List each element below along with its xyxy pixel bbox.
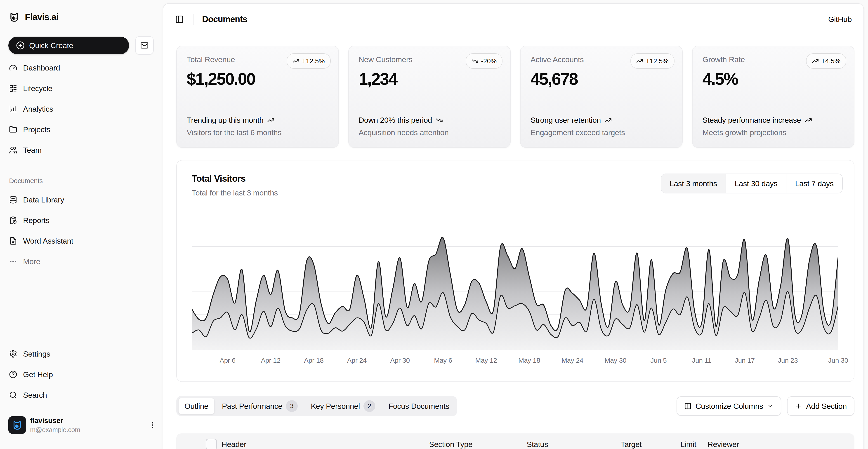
app-header: Documents GitHub [163, 4, 864, 35]
tab-label: Focus Documents [388, 402, 450, 411]
x-tick-label: Jun 30 [828, 357, 848, 364]
customize-columns-label: Customize Columns [695, 402, 763, 411]
x-tick-label: May 18 [518, 357, 540, 364]
stat-footer-main: Down 20% this period [359, 116, 432, 125]
sidebar-item-dashboard[interactable]: Dashboard [4, 60, 158, 75]
x-tick-label: May 30 [604, 357, 627, 364]
x-tick-label: Apr 24 [347, 357, 367, 364]
stat-value: 4.5% [703, 69, 845, 89]
document-tabs: Outline Past Performance 3 Key Personnel… [176, 396, 457, 416]
panel-left-icon [175, 15, 184, 24]
sidebar-item-label: Team [23, 146, 41, 155]
ellipsis-icon [9, 257, 17, 265]
inbox-button[interactable] [135, 36, 154, 55]
brand-name: Flavis.ai [25, 12, 59, 22]
quick-create-button[interactable]: Quick Create [8, 37, 129, 54]
columns-icon [684, 403, 691, 410]
sidebar-item-more[interactable]: More [4, 254, 158, 269]
quick-create-label: Quick Create [29, 41, 73, 50]
sidebar-group-label-documents: Documents [9, 177, 43, 185]
user-email: m@example.com [30, 426, 80, 434]
stat-badge: +12.5% [630, 53, 675, 69]
stat-card-active-accounts: Active Accounts +12.5% 45,678 Strong use… [520, 46, 683, 148]
tab-count-badge: 3 [286, 400, 298, 412]
column-header-reviewer: Reviewer [708, 440, 855, 449]
stat-badge-value: +4.5% [822, 57, 840, 65]
column-header-target: Target [621, 440, 680, 449]
sidebar-toggle-button[interactable] [175, 14, 184, 24]
sidebar-item-label: Reports [23, 216, 50, 225]
sidebar-item-label: Settings [23, 350, 50, 358]
x-tick-label: Apr 6 [220, 357, 236, 364]
user-menu[interactable]: flavisuser m@example.com [8, 416, 156, 434]
stat-footer-main: Steady performance increase [703, 116, 801, 125]
sidebar-item-get-help[interactable]: Get Help [4, 367, 158, 382]
tab-key-personnel[interactable]: Key Personnel 2 [305, 398, 381, 414]
x-tick-label: Apr 18 [304, 357, 324, 364]
stat-value: $1,250.00 [187, 69, 329, 89]
stat-footer-main: Strong user retention [530, 116, 601, 125]
tab-count-badge: 2 [364, 400, 375, 412]
customize-columns-button[interactable]: Customize Columns [677, 396, 781, 416]
stat-badge-value: +12.5% [302, 57, 325, 65]
clipboard-clock-icon [9, 216, 17, 224]
sidebar-item-lifecycle[interactable]: Lifecycle [4, 81, 158, 96]
user-more-button[interactable] [149, 421, 156, 429]
range-last-3-months[interactable]: Last 3 months [661, 174, 726, 193]
sidebar-item-label: Word Assistant [23, 236, 73, 246]
sidebar-item-label: Data Library [23, 195, 64, 204]
x-tick-label: Jun 5 [651, 357, 667, 364]
sidebar-item-team[interactable]: Team [4, 142, 158, 158]
stat-value: 1,234 [359, 69, 501, 89]
sidebar-item-reports[interactable]: Reports [4, 213, 158, 228]
stat-badge: -20% [466, 53, 502, 69]
trending-down-icon [471, 58, 478, 64]
sidebar-item-label: More [23, 257, 40, 266]
trending-down-icon [436, 117, 443, 124]
area-chart [192, 223, 838, 350]
x-tick-label: Jun 17 [735, 357, 755, 364]
add-section-button[interactable]: Add Section [787, 396, 855, 416]
sidebar-item-word-assistant[interactable]: Word Assistant [4, 233, 158, 249]
x-tick-label: May 6 [434, 357, 452, 364]
range-last-30-days[interactable]: Last 30 days [725, 174, 786, 193]
brand[interactable]: Flavis.ai [8, 11, 59, 23]
time-range-toggle: Last 3 months Last 30 days Last 7 days [661, 173, 843, 193]
stat-footer-main: Trending up this month [187, 116, 264, 125]
x-tick-label: Jun 23 [778, 357, 798, 364]
chart-column-icon [9, 105, 17, 113]
tab-focus-documents[interactable]: Focus Documents [382, 398, 455, 414]
stat-card-total-revenue: Total Revenue +12.5% $1,250.00 Trending … [176, 46, 339, 148]
stat-card-new-customers: New Customers -20% 1,234 Down 20% this p… [348, 46, 511, 148]
select-all-checkbox[interactable] [206, 439, 217, 449]
page-title: Documents [202, 14, 247, 24]
search-icon [9, 391, 17, 399]
folder-icon [9, 125, 17, 133]
sidebar-item-settings[interactable]: Settings [4, 346, 158, 361]
stat-badge: +4.5% [806, 53, 846, 69]
sidebar: Flavis.ai Quick Create Dashboard [0, 0, 162, 449]
chart-x-axis: Apr 6Apr 12Apr 18Apr 24Apr 30May 6May 12… [192, 357, 838, 366]
sidebar-item-search[interactable]: Search [4, 387, 158, 403]
chevron-down-icon [767, 403, 774, 409]
layout-list-icon [9, 84, 17, 92]
x-tick-label: Jun 11 [692, 357, 711, 364]
tab-past-performance[interactable]: Past Performance 3 [216, 398, 304, 414]
sidebar-item-projects[interactable]: Projects [4, 122, 158, 137]
github-link[interactable]: GitHub [828, 15, 852, 24]
main-panel: Documents GitHub Total Revenue +12.5% $1… [163, 3, 864, 449]
gauge-icon [9, 64, 17, 72]
sidebar-item-analytics[interactable]: Analytics [4, 101, 158, 117]
sidebar-item-label: Projects [23, 125, 50, 134]
sidebar-item-data-library[interactable]: Data Library [4, 192, 158, 207]
sidebar-item-label: Lifecycle [23, 84, 53, 93]
column-header-section-type: Section Type [429, 440, 527, 449]
sidebar-item-label: Get Help [23, 370, 53, 379]
add-section-label: Add Section [806, 402, 847, 411]
tab-label: Past Performance [222, 402, 282, 411]
range-last-7-days[interactable]: Last 7 days [786, 174, 842, 193]
stat-footer-sub: Visitors for the last 6 months [187, 128, 329, 137]
tab-outline[interactable]: Outline [178, 398, 215, 414]
ellipsis-vertical-icon [149, 421, 156, 429]
sidebar-item-label: Analytics [23, 105, 53, 114]
